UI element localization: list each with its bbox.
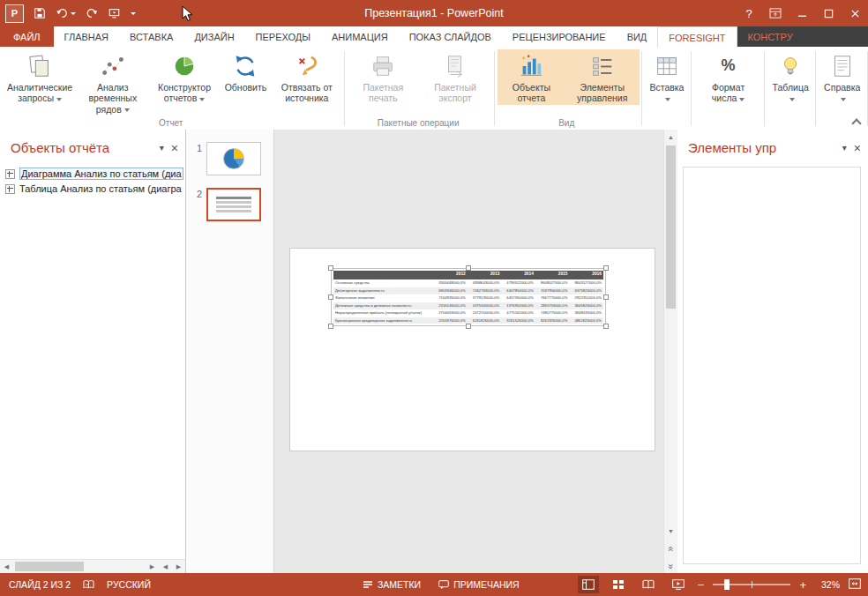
tree-item-table-label: Таблица Анализ по статьям (диагра [19,183,182,194]
scroll-down-icon[interactable]: ▼ [664,524,677,538]
fit-slide-button[interactable] [849,578,861,591]
tree-item-chart[interactable]: Диаграмма Анализ по статьям (диа [5,166,183,182]
refresh-button[interactable]: Обновить [221,49,272,93]
tab-animations[interactable]: АНИМАЦИЯ [321,26,399,47]
next-slide-button[interactable]: » [664,559,677,573]
tab-home[interactable]: ГЛАВНАЯ [54,26,119,47]
tree-expander-icon[interactable] [5,184,15,194]
report-objects-toggle-button[interactable]: Объекты отчета [498,49,565,105]
ribbon-display-options-button[interactable] [762,0,789,26]
unlink-source-button[interactable]: Отвязать от источника [271,49,342,105]
controls-toggle-button[interactable]: Элементы управления [565,49,640,105]
scroll-up-icon[interactable]: ▲ [664,130,677,144]
redo-button[interactable] [86,7,98,19]
slideshow-view-button[interactable] [668,576,689,593]
timeseries-analysis-button[interactable]: Анализ временных рядов [77,49,148,115]
scroll-left-icon[interactable]: ◀ [159,563,172,570]
scroll-right-icon[interactable]: ▶ [172,563,185,570]
collapse-ribbon-button[interactable] [852,117,859,124]
tab-constructor[interactable]: КОНСТРУ [737,26,868,47]
resize-handle-top-middle[interactable] [466,265,471,271]
resize-handle-bottom-left[interactable] [328,324,333,329]
slide-indicator[interactable]: СЛАЙД 2 ИЗ 2 [9,579,71,590]
save-button[interactable] [34,7,46,19]
spellcheck-icon[interactable] [83,579,94,590]
tree-expander-icon[interactable] [5,169,15,179]
undo-dropdown-icon[interactable] [71,12,76,15]
panel-menu-icon[interactable]: ▾ [842,143,847,153]
tree-item-table[interactable]: Таблица Анализ по статьям (диагра [5,182,183,196]
normal-view-button[interactable] [578,576,599,593]
tab-slideshow[interactable]: ПОКАЗ СЛАЙДОВ [399,26,502,47]
slide-2-thumbnail[interactable] [206,188,261,221]
slide-sorter-view-button[interactable] [608,576,629,593]
tree-item-chart-label: Диаграмма Анализ по статьям (диа [19,168,183,180]
zoom-slider-thumb[interactable] [724,579,730,590]
batch-export-button[interactable]: Пакетный экспорт [418,49,492,105]
tab-review[interactable]: РЕЦЕНЗИРОВАНИЕ [502,26,617,47]
zoom-out-button[interactable]: − [698,579,705,591]
horizontal-scroll-thumb[interactable] [15,562,84,571]
help-ribbon-button[interactable]: Справка [819,49,865,105]
reading-view-button[interactable] [638,576,659,593]
vertical-scroll-thumb[interactable] [666,145,676,309]
close-button[interactable] [842,0,868,26]
report-objects-panel-title: Объекты отчёта [11,140,153,155]
selected-table-object[interactable]: 20122013201420152016 Основные средства33… [331,268,606,326]
report-builder-button[interactable]: Конструктор отчетов [148,49,220,105]
resize-handle-top-right[interactable] [603,265,609,271]
tab-file[interactable]: ФАЙЛ [0,26,54,47]
tab-transitions[interactable]: ПЕРЕХОДЫ [245,26,321,47]
slide-table[interactable]: 20122013201420152016 Основные средства33… [333,271,603,324]
resize-handle-right-middle[interactable] [603,294,609,300]
customize-quick-access-button[interactable] [131,12,136,15]
maximize-button[interactable] [815,0,842,26]
undo-button[interactable] [56,7,76,19]
slide-table-year-header: 2013 [468,271,502,279]
comments-button[interactable]: ПРИМЕЧАНИЯ [438,579,520,590]
controls-icon [588,52,617,80]
insert-button[interactable]: Вставка [645,49,690,105]
reading-view-icon [642,579,655,590]
tab-design[interactable]: ДИЗАЙН [183,26,244,47]
slide-1-thumbnail[interactable] [206,142,261,175]
panel-close-icon[interactable]: × [171,142,178,154]
minimize-button[interactable] [789,0,815,26]
start-slideshow-button[interactable] [108,7,121,19]
unlink-source-icon [293,52,321,80]
slide-editing-area[interactable]: 20122013201420152016 Основные средства33… [274,130,663,573]
tab-insert[interactable]: ВСТАВКА [119,26,183,47]
horizontal-scrollbar[interactable]: ◀ ▶ ◀ ▶ [0,559,185,573]
zoom-in-button[interactable]: + [799,579,806,591]
controls-label: Элементы управления [577,82,627,103]
resize-handle-left-middle[interactable] [328,294,333,300]
slide-canvas[interactable]: 20122013201420152016 Основные средства33… [289,248,655,451]
analytical-queries-label: Аналитические запросы [7,82,72,103]
report-objects-label: Объекты отчета [513,82,550,103]
scroll-right-icon[interactable]: ▶ [146,563,159,570]
table-button[interactable]: Таблица [767,49,814,105]
analytical-queries-button[interactable]: Аналитические запросы [3,49,77,105]
help-button[interactable]: ? [736,0,762,26]
notes-button[interactable]: ЗАМЕТКИ [363,579,421,590]
panel-close-icon[interactable]: × [854,142,861,154]
controls-panel-header: Элементы упр ▾ × [677,130,868,160]
ribbon: Аналитические запросы Анализ временных р… [0,47,868,130]
resize-handle-top-left[interactable] [328,265,333,271]
tab-foresight[interactable]: FORESIGHT [657,26,737,48]
dropdown-arrow-icon [124,108,130,112]
panel-menu-icon[interactable]: ▾ [160,143,164,153]
resize-handle-bottom-right[interactable] [603,324,609,329]
number-format-button[interactable]: % Формат числа [694,49,762,105]
vertical-scrollbar[interactable]: ▲ ▼ « » [663,130,677,573]
zoom-slider[interactable] [713,584,790,585]
scroll-left-icon[interactable]: ◀ [0,563,13,570]
horizontal-scroll-track[interactable] [13,560,146,573]
resize-handle-bottom-middle[interactable] [466,324,471,329]
language-indicator[interactable]: РУССКИЙ [107,579,151,590]
tab-view[interactable]: ВИД [617,26,658,47]
batch-print-button[interactable]: Пакетная печать [348,49,418,105]
zoom-level[interactable]: 32% [815,579,840,590]
slide-table-year-header: 2015 [535,271,570,279]
previous-slide-button[interactable]: « [664,541,677,555]
